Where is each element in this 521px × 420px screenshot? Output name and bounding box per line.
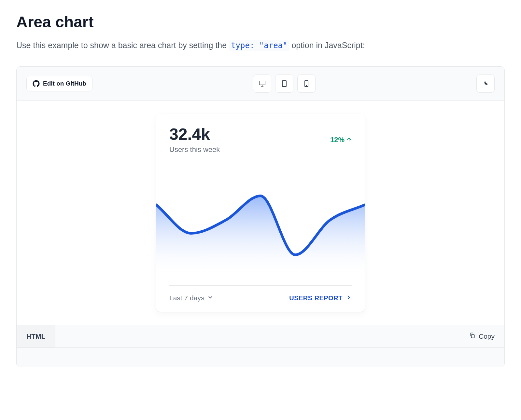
svg-rect-3: [471, 335, 474, 338]
viewport-desktop-button[interactable]: [253, 75, 271, 93]
chevron-down-icon: [207, 294, 213, 302]
dark-mode-toggle[interactable]: [476, 75, 495, 93]
dropdown-label: Last 7 days: [169, 294, 204, 302]
section-description: Use this example to show a basic area ch…: [16, 41, 505, 50]
desktop-icon: [258, 80, 266, 88]
moon-icon: [482, 80, 489, 87]
report-link-label: USERS REPORT: [289, 294, 343, 302]
inline-code: type: "area": [229, 40, 289, 51]
description-pre: Use this example to show a basic area ch…: [16, 41, 229, 50]
delta-value: 12%: [330, 136, 345, 144]
metric-value: 32.4k: [169, 126, 220, 143]
svg-rect-1: [282, 81, 286, 87]
copy-label: Copy: [479, 332, 495, 340]
github-icon: [33, 80, 40, 87]
delta-badge: 12%: [330, 136, 352, 144]
edit-on-github-label: Edit on GitHub: [43, 80, 86, 87]
viewport-mobile-button[interactable]: [297, 75, 316, 93]
stats-card: 32.4k Users this week 12%: [156, 114, 365, 312]
area-chart: [156, 167, 365, 278]
copy-button[interactable]: Copy: [459, 325, 504, 347]
edit-on-github-button[interactable]: Edit on GitHub: [26, 76, 92, 91]
code-tab-bar: HTML Copy: [17, 325, 504, 347]
code-block: [17, 347, 504, 367]
description-post: option in JavaScript:: [291, 41, 365, 50]
metric-label: Users this week: [169, 145, 220, 154]
code-tab-html[interactable]: HTML: [17, 325, 55, 347]
preview-area: 32.4k Users this week 12%: [17, 101, 504, 325]
viewport-tablet-button[interactable]: [275, 75, 293, 93]
svg-rect-0: [259, 81, 265, 85]
chevron-right-icon: [346, 294, 352, 302]
clipboard-icon: [469, 332, 475, 340]
tablet-icon: [280, 80, 288, 88]
arrow-up-icon: [346, 136, 352, 144]
example-frame: Edit on GitHub: [16, 66, 505, 367]
section-title: Area chart: [16, 13, 505, 31]
example-toolbar: Edit on GitHub: [17, 67, 504, 101]
date-range-dropdown[interactable]: Last 7 days: [169, 294, 213, 302]
mobile-icon: [303, 80, 310, 88]
users-report-link[interactable]: USERS REPORT: [289, 294, 352, 302]
